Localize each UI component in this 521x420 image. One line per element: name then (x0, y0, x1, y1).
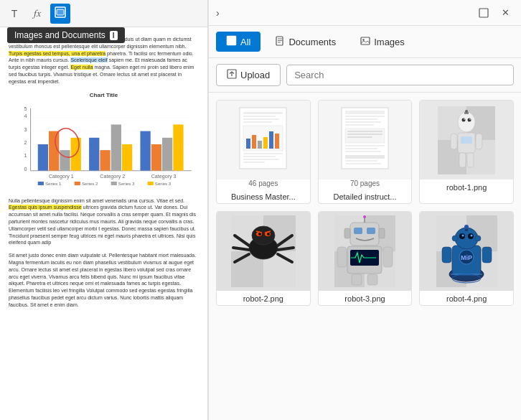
tooltip-badge-icon: I (110, 31, 118, 40)
svg-point-146 (475, 235, 481, 241)
svg-text:Series 2: Series 2 (82, 181, 98, 186)
item-thumbnail (217, 101, 310, 179)
list-item[interactable]: robot-1.png (419, 100, 514, 204)
svg-rect-34 (111, 182, 117, 185)
svg-rect-122 (367, 228, 375, 234)
formula-button[interactable]: 𝑓𝑥 (27, 4, 47, 24)
svg-rect-72 (345, 121, 381, 123)
image-icon (55, 6, 66, 20)
svg-rect-56 (243, 121, 272, 123)
tab-all-icon (226, 35, 237, 48)
tab-all-label: All (240, 37, 250, 47)
svg-point-99 (465, 110, 468, 113)
minimize-button[interactable] (475, 4, 492, 22)
tab-documents[interactable]: Documents (265, 32, 346, 52)
upload-icon (227, 69, 237, 81)
tooltip-badge: Images and Documents I (7, 27, 125, 43)
svg-rect-97 (467, 153, 474, 167)
svg-point-144 (470, 235, 472, 237)
page-count: 70 pages (350, 179, 380, 187)
svg-rect-94 (451, 134, 457, 149)
item-thumbnail (420, 101, 513, 179)
item-thumbnail: MiP (420, 212, 513, 291)
svg-rect-64 (243, 153, 283, 154)
svg-rect-42 (227, 39, 235, 41)
svg-rect-19 (89, 138, 99, 171)
svg-point-108 (267, 233, 270, 235)
upload-button[interactable]: Upload (216, 64, 281, 86)
svg-rect-75 (347, 131, 382, 132)
svg-rect-63 (275, 134, 279, 149)
search-input[interactable] (286, 65, 514, 85)
item-name: robot-1.png (420, 179, 513, 194)
svg-rect-78 (345, 145, 385, 146)
svg-rect-36 (148, 182, 154, 185)
svg-text:Series 3: Series 3 (155, 181, 172, 186)
list-item[interactable]: MiP (419, 211, 514, 306)
svg-point-91 (469, 118, 471, 120)
text-button[interactable]: T (4, 4, 24, 24)
panel-collapse-arrow[interactable]: › (216, 7, 220, 19)
svg-rect-125 (344, 228, 350, 238)
tab-images[interactable]: Images (350, 32, 415, 52)
svg-text:MiP: MiP (461, 254, 472, 261)
svg-rect-82 (345, 160, 377, 162)
image-button[interactable] (50, 4, 70, 24)
grid-area: 46 pages Business Master... (209, 93, 521, 420)
svg-rect-67 (243, 162, 265, 163)
svg-rect-61 (263, 137, 268, 149)
tab-images-icon (360, 36, 370, 48)
tab-images-label: Images (374, 37, 405, 47)
chart-area: Chart Title 0 1 2 3 4 5 (9, 91, 199, 192)
svg-rect-41 (227, 37, 235, 39)
svg-rect-1 (57, 9, 64, 15)
svg-rect-44 (276, 37, 283, 45)
list-item[interactable]: 70 pages Detailed instruct... (318, 100, 413, 204)
svg-rect-32 (75, 182, 80, 185)
item-name: Business Master... (217, 189, 310, 203)
panel-header-left: › (216, 7, 222, 19)
svg-point-104 (252, 226, 275, 245)
list-item[interactable]: robot-3.png (318, 211, 413, 306)
svg-rect-73 (345, 124, 374, 126)
svg-text:Category 2: Category 2 (100, 174, 125, 179)
svg-text:4: 4 (24, 113, 27, 119)
svg-text:Series 3: Series 3 (118, 181, 135, 186)
svg-rect-48 (361, 37, 370, 45)
svg-point-143 (461, 235, 464, 237)
tab-all[interactable]: All (216, 32, 260, 52)
list-item[interactable]: robot-2.png (216, 211, 311, 306)
doc-text-3: Sit amet justo donec enim diam vulputate… (9, 252, 199, 308)
svg-text:Category 3: Category 3 (151, 174, 177, 179)
svg-rect-54 (243, 116, 276, 117)
svg-rect-70 (345, 116, 385, 117)
svg-rect-39 (479, 9, 488, 17)
robot-4-image: MiP (436, 215, 497, 287)
close-button[interactable]: ✕ (497, 4, 514, 22)
robot-3-image (334, 215, 395, 287)
svg-rect-130 (367, 274, 377, 285)
list-item[interactable]: 46 pages Business Master... (216, 100, 311, 204)
chart-title: Chart Title (9, 91, 199, 99)
svg-point-148 (464, 225, 469, 229)
svg-rect-96 (459, 153, 466, 167)
svg-rect-79 (345, 148, 377, 149)
svg-text:5: 5 (24, 106, 27, 112)
svg-rect-71 (345, 118, 377, 120)
item-name: robot-3.png (319, 291, 412, 305)
svg-rect-93 (461, 136, 472, 144)
svg-rect-66 (243, 159, 279, 160)
svg-point-90 (464, 118, 465, 120)
svg-rect-149 (442, 247, 451, 263)
svg-rect-69 (345, 111, 385, 114)
svg-rect-120 (350, 223, 379, 246)
panel-tabs: All Documents Images (209, 26, 521, 58)
item-name: robot-4.png (420, 291, 513, 305)
doc-content: Massa massa ultrices mi quis hendrerit. … (0, 27, 207, 420)
doc-text-1: Massa massa ultrices mi quis hendrerit. … (9, 36, 199, 85)
svg-text:1: 1 (24, 153, 27, 159)
item-thumbnail (319, 212, 412, 291)
svg-rect-53 (243, 112, 283, 114)
svg-rect-132 (383, 247, 393, 267)
svg-text:2: 2 (24, 140, 27, 146)
